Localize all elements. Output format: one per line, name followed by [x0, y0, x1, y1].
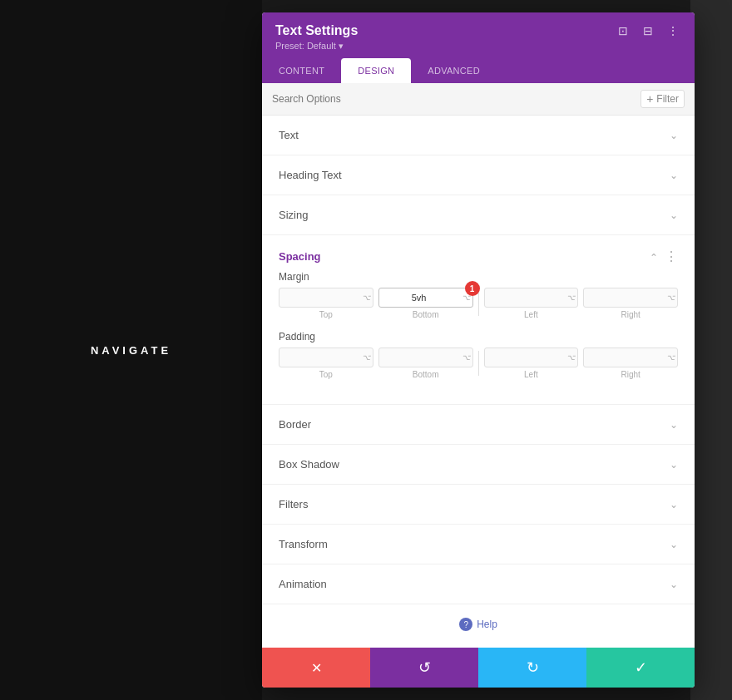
undo-icon: ↺	[418, 658, 431, 677]
margin-bottom-wrap: ⌥ 1 Bottom	[378, 288, 473, 319]
cancel-button[interactable]: ✕	[262, 648, 370, 688]
margin-right-input[interactable]	[583, 288, 678, 308]
padding-left-input[interactable]	[484, 348, 579, 367]
tab-advanced[interactable]: Advanced	[411, 58, 497, 83]
padding-right-input[interactable]	[583, 348, 678, 367]
section-spacing-label: Spacing	[279, 250, 321, 263]
help-icon: ?	[459, 618, 472, 631]
panel-footer: ✕ ↺ ↻ ✓	[262, 648, 695, 688]
padding-bottom-label: Bottom	[413, 370, 439, 379]
padding-top-field-wrapper: ⌥	[279, 348, 373, 367]
padding-label: Padding	[279, 331, 678, 343]
margin-left-wrap: ⌥ Left	[484, 288, 579, 319]
margin-top-wrap: ⌥ Top	[279, 288, 373, 319]
padding-left-wrap: ⌥ Left	[484, 348, 579, 379]
padding-group: Padding ⌥ Top ⌥	[279, 331, 678, 379]
margin-divider	[478, 291, 479, 316]
padding-bottom-input[interactable]	[378, 348, 473, 367]
undo-button[interactable]: ↺	[370, 648, 478, 688]
tab-design[interactable]: Design	[341, 58, 411, 83]
margin-bottom-label: Bottom	[413, 310, 439, 319]
section-heading-text-label: Heading Text	[279, 169, 342, 181]
margin-group: Margin ⌥ Top ⌥	[279, 271, 678, 319]
padding-bottom-unit: ⌥	[462, 353, 470, 362]
margin-top-input[interactable]	[279, 288, 373, 308]
margin-left-input[interactable]	[484, 288, 579, 308]
search-input[interactable]	[272, 93, 640, 105]
section-transform-label: Transform	[279, 538, 328, 550]
padding-left-label: Left	[524, 370, 538, 379]
panel-preset[interactable]: Preset: Default ▾	[275, 41, 681, 52]
margin-top-unit: ⌥	[362, 293, 370, 302]
section-animation-label: Animation	[279, 578, 327, 590]
expand-icon[interactable]: ⊟	[640, 22, 656, 39]
padding-top-label: Top	[319, 370, 333, 379]
cancel-icon: ✕	[311, 660, 322, 676]
redo-icon: ↻	[527, 658, 539, 677]
margin-bottom-badge: 1	[465, 281, 480, 296]
padding-left-unit: ⌥	[566, 353, 575, 362]
confirm-button[interactable]: ✓	[586, 648, 695, 688]
margin-bottom-field-wrapper: ⌥ 1	[378, 288, 473, 308]
margin-right-unit: ⌥	[666, 293, 675, 302]
screen-icon[interactable]: ⊡	[615, 22, 631, 39]
margin-right-label: Right	[621, 310, 640, 319]
margin-label: Margin	[279, 271, 678, 283]
margin-left-unit: ⌥	[566, 293, 575, 302]
navigate-label: NAVIGATE	[91, 344, 171, 357]
section-text-chevron: ⌄	[670, 130, 678, 141]
margin-top-bottom: ⌥ Top ⌥ 1 Bottom	[279, 288, 473, 319]
background-right	[690, 0, 732, 700]
section-filters[interactable]: Filters ⌄	[262, 485, 695, 525]
section-transform[interactable]: Transform ⌄	[262, 525, 695, 564]
padding-divider	[478, 351, 479, 376]
margin-left-field-wrapper: ⌥	[484, 288, 579, 308]
margin-bottom-input[interactable]	[378, 288, 473, 308]
padding-top-bottom: ⌥ Top ⌥ Bottom	[279, 348, 473, 379]
section-sizing-chevron: ⌄	[670, 210, 678, 221]
margin-top-label: Top	[319, 310, 333, 319]
redo-button[interactable]: ↻	[478, 648, 586, 688]
margin-right-wrap: ⌥ Right	[583, 288, 678, 319]
padding-right-label: Right	[621, 370, 640, 379]
section-transform-chevron: ⌄	[670, 539, 678, 550]
filter-button[interactable]: + Filter	[640, 90, 685, 108]
padding-bottom-wrap: ⌥ Bottom	[378, 348, 473, 379]
spacing-expanded: Margin ⌥ Top ⌥	[262, 271, 695, 405]
padding-right-field-wrapper: ⌥	[583, 348, 678, 367]
margin-right-field-wrapper: ⌥	[583, 288, 678, 308]
margin-inputs: ⌥ Top ⌥ 1 Bottom	[279, 288, 678, 319]
section-border[interactable]: Border ⌄	[262, 405, 695, 445]
section-filters-label: Filters	[279, 498, 308, 510]
section-spacing-dots[interactable]: ⋮	[665, 249, 678, 264]
section-text[interactable]: Text ⌄	[262, 116, 695, 155]
section-animation[interactable]: Animation ⌄	[262, 564, 695, 604]
section-box-shadow[interactable]: Box Shadow ⌄	[262, 445, 695, 485]
padding-right-unit: ⌥	[666, 353, 675, 362]
section-heading-chevron: ⌄	[670, 170, 678, 181]
help-text[interactable]: Help	[477, 619, 497, 630]
section-spacing-chevron: ⌄	[650, 251, 658, 263]
section-box-shadow-label: Box Shadow	[279, 458, 339, 471]
padding-top-input[interactable]	[279, 348, 373, 367]
section-box-shadow-chevron: ⌄	[670, 459, 678, 471]
padding-bottom-field-wrapper: ⌥	[378, 348, 473, 367]
header-dots-icon[interactable]: ⋮	[665, 22, 681, 39]
section-spacing[interactable]: Spacing ⌄ ⋮	[262, 235, 695, 271]
padding-top-wrap: ⌥ Top	[279, 348, 373, 379]
tab-content[interactable]: Content	[262, 58, 341, 83]
help-row: ? Help	[262, 604, 695, 644]
section-animation-chevron: ⌄	[670, 579, 678, 590]
filter-label: Filter	[656, 93, 679, 105]
margin-left-right: ⌥ Left ⌥ Right	[484, 288, 679, 319]
section-border-label: Border	[279, 418, 311, 431]
search-bar: + Filter	[262, 83, 695, 116]
section-sizing[interactable]: Sizing ⌄	[262, 195, 695, 235]
section-heading-text[interactable]: Heading Text ⌄	[262, 155, 695, 195]
panel-title: Text Settings	[275, 23, 358, 38]
settings-panel: Text Settings ⊡ ⊟ ⋮ Preset: Default ▾ Co…	[262, 12, 695, 688]
panel-content: Text ⌄ Heading Text ⌄ Sizing ⌄ Spacing ⌄…	[262, 116, 695, 648]
padding-top-unit: ⌥	[362, 353, 370, 362]
section-text-label: Text	[279, 129, 299, 141]
filter-plus-icon: +	[646, 92, 653, 106]
